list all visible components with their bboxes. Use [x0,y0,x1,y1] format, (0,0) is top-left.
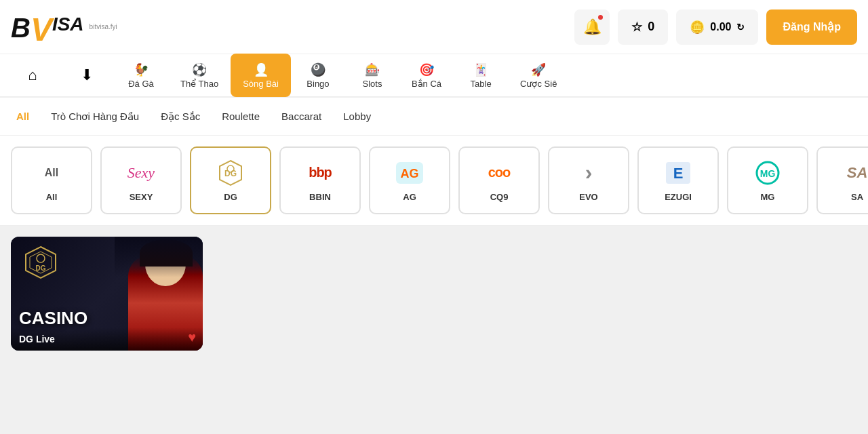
logo-isa: ISA [52,11,84,35]
sub-nav-baccarat[interactable]: Baccarat [281,108,321,125]
provider-ag[interactable]: AG AG [369,146,450,214]
refresh-icon: ↻ [736,22,745,33]
sub-nav-dac-sac[interactable]: Đặc Sắc [161,108,200,125]
download-icon: ⬇ [81,66,93,84]
sub-nav: All Trò Chơi Hàng Đầu Đặc Sắc Roulette B… [0,98,868,136]
slots-icon: 🎰 [365,62,380,77]
sexy-name: SEXY [130,192,153,202]
provider-evo[interactable]: › EVO [548,146,629,214]
favorites-button[interactable]: ☆ 0 [618,9,668,45]
nav-item-table[interactable]: 🃏 Table [454,54,508,97]
nav-item-song-bai[interactable]: 👤 Sòng Bài [231,54,291,97]
the-thao-icon: ⚽ [192,62,207,77]
svg-text:MG: MG [760,168,776,179]
provider-bbin[interactable]: bbp BBIN [279,146,361,214]
provider-ezugi[interactable]: E EZUGI [637,146,719,214]
nav-item-home[interactable]: ⌂ [5,54,60,97]
svg-text:E: E [673,165,684,182]
sexy-logo: Sexy [127,159,155,186]
svg-text:DG: DG [224,169,237,178]
svg-text:DG: DG [36,264,46,272]
logo-area: B V ISA bitvisa.fyi [11,11,117,43]
cuoc-sieu-icon: 🚀 [531,62,546,77]
game-card-dg-live[interactable]: DG CASINO DG Live ♥ [11,237,203,351]
star-icon: ☆ [631,20,642,35]
provider-sexy[interactable]: Sexy SEXY [100,146,182,214]
nav-item-bingo[interactable]: 🎱 Bingo [291,54,345,97]
logo-b: B [11,13,31,43]
mg-logo: MG [753,159,783,186]
notification-bell-button[interactable]: 🔔 [574,9,610,45]
provider-cq9[interactable]: coo CQ9 [458,146,540,214]
sub-nav-lobby[interactable]: Lobby [343,108,371,125]
provider-row: All All Sexy SEXY DG DG bbp BBIN AG AG [0,136,868,226]
balance-value: 0.00 [710,21,731,33]
ag-logo: AG [395,159,425,186]
dg-logo: DG [216,159,245,186]
nav-item-slots[interactable]: 🎰 Slots [345,54,399,97]
game-grid: DG CASINO DG Live ♥ [0,226,868,361]
nav-item-download[interactable]: ⬇ [60,54,114,97]
game-title: DG Live [19,334,55,344]
main-nav: ⌂ ⬇ 🐓 Đá Gà ⚽ Thể Thao 👤 Sòng Bài 🎱 Bing… [0,54,868,98]
ezugi-logo: E [665,159,692,186]
cuoc-sieu-label: Cược Siê [520,79,557,89]
da-ga-label: Đá Gà [128,79,154,89]
the-thao-label: Thể Thao [180,79,218,89]
sub-nav-tro-choi-hang-dau[interactable]: Trò Chơi Hàng Đầu [51,108,139,125]
da-ga-icon: 🐓 [134,62,149,77]
provider-sa[interactable]: SA SA [816,146,868,214]
header-right: 🔔 ☆ 0 🪙 0.00 ↻ Đăng Nhập [574,9,857,45]
sub-nav-all[interactable]: All [16,108,29,125]
slots-label: Slots [363,79,382,89]
nav-item-da-ga[interactable]: 🐓 Đá Gà [114,54,168,97]
mg-name: MG [761,192,775,202]
dg-name: DG [224,192,237,202]
bell-icon: 🔔 [583,18,601,36]
song-bai-label: Sòng Bài [243,79,279,89]
favorite-heart-icon[interactable]: ♥ [188,330,196,345]
table-icon: 🃏 [473,62,488,77]
provider-dg[interactable]: DG DG [190,146,271,214]
evo-name: EVO [579,192,597,202]
song-bai-icon: 👤 [254,62,269,77]
nav-item-cuoc-sieu[interactable]: 🚀 Cược Siê [508,54,569,97]
notification-dot [598,15,603,20]
nav-item-the-thao[interactable]: ⚽ Thể Thao [168,54,231,97]
evo-logo: › [585,159,593,186]
ban-ca-label: Bắn Cá [412,79,441,89]
sub-nav-roulette[interactable]: Roulette [222,108,260,125]
provider-all[interactable]: All All [11,146,92,214]
sa-name: SA [851,192,863,202]
coin-icon: 🪙 [690,20,705,35]
cq9-logo: coo [488,159,511,186]
nav-item-ban-ca[interactable]: 🎯 Bắn Cá [399,54,454,97]
bbin-name: BBIN [309,192,331,202]
header: B V ISA bitvisa.fyi 🔔 ☆ 0 🪙 0.00 ↻ Đăng … [0,0,868,54]
ag-name: AG [403,192,416,202]
bbin-logo: bbp [309,159,332,186]
home-icon: ⌂ [28,66,37,84]
logo-sub: bitvisa.fyi [90,23,117,31]
svg-point-8 [37,254,45,262]
bingo-label: Bingo [307,79,329,89]
bingo-icon: 🎱 [311,62,326,77]
casino-text: CASINO [19,308,87,329]
sa-logo: SA [847,159,868,186]
provider-mg[interactable]: MG MG [727,146,808,214]
svg-text:AG: AG [401,167,419,180]
ezugi-name: EZUGI [665,192,692,202]
star-count: 0 [648,20,654,34]
logo-v: V [31,14,52,46]
login-button[interactable]: Đăng Nhập [766,9,857,45]
all-name: All [46,192,58,202]
cq9-name: CQ9 [490,192,509,202]
game-card-overlay: DG Live [11,328,203,351]
ban-ca-icon: 🎯 [419,62,434,77]
balance-button[interactable]: 🪙 0.00 ↻ [676,9,758,45]
table-label: Table [471,79,492,89]
all-logo: All [45,159,58,186]
